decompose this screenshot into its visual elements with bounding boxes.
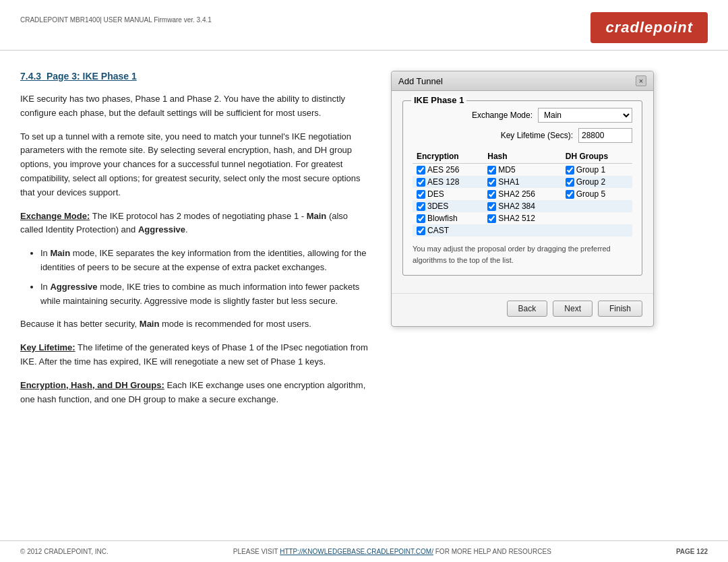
encryption-label-2: DES [427,189,444,199]
col-encryption: Encryption [413,150,483,164]
hash-checkbox-4[interactable] [487,214,496,223]
hash-checkbox-3[interactable] [487,202,496,211]
back-button[interactable]: Back [507,301,548,317]
key-lifetime-input[interactable] [578,128,632,143]
bullet-list: In Main mode, IKE separates the key info… [40,247,371,308]
encryption-label-5: CAST [427,226,449,235]
exchange-mode-row: Exchange Mode: Main Aggressive [413,108,632,123]
table-row: 3DESSHA2 384 [413,200,632,212]
bullet-item-main: In Main mode, IKE separates the key info… [40,247,371,275]
hash-label-4: SHA2 512 [498,214,535,223]
encryption-label-1: AES 128 [427,177,459,187]
enc-hash-paragraph: Encryption, Hash, and DH Groups: Each IK… [20,379,371,407]
next-button[interactable]: Next [553,301,593,317]
logo-text: cradlepoint [605,19,693,36]
key-lifetime-form-label: Key Lifetime (Secs): [501,131,573,140]
footer: © 2012 CRADLEPOINT, INC. PLEASE VISIT HT… [0,540,728,562]
encryption-label-3: 3DES [427,201,448,211]
encryption-checkbox-4[interactable] [417,214,425,223]
exchange-mode-label: Exchange Mode: [20,211,90,221]
dialog-buttons: Back Next Finish [392,293,653,326]
checks-table: Encryption Hash DH Groups AES 256MD5Grou… [413,150,632,237]
footer-link[interactable]: HTTP://KNOWLEDGEBASE.CRADLEPOINT.COM/ [280,548,433,555]
paragraph-main-recommended: Because it has better security, Main mod… [20,317,371,332]
hash-checkbox-2[interactable] [487,190,496,199]
paragraph-1: IKE security has two phases, Phase 1 and… [20,92,371,121]
encryption-checkbox-3[interactable] [417,202,425,211]
table-row: DESSHA2 256Group 5 [413,188,632,200]
dialog-titlebar: Add Tunnel × [392,71,653,91]
header: CRADLEPOINT MBR1400| USER MANUAL Firmwar… [0,0,728,51]
header-title: CRADLEPOINT MBR1400| USER MANUAL Firmwar… [20,16,212,24]
hint-text: You may adjust the proposal order by dra… [413,243,632,266]
col-dh-groups: DH Groups [562,150,632,164]
encryption-label-4: Blowfish [427,214,458,223]
exchange-mode-form-label: Exchange Mode: [472,111,533,120]
encryption-checkbox-5[interactable] [417,226,425,235]
footer-center: PLEASE VISIT HTTP://KNOWLEDGEBASE.CRADLE… [233,548,551,555]
hash-label-3: SHA2 384 [498,201,535,211]
table-row: CAST [413,224,632,237]
table-row: AES 256MD5Group 1 [413,164,632,177]
bullet-item-aggressive: In Aggressive mode, IKE tries to combine… [40,280,371,309]
encryption-label-0: AES 256 [427,165,459,175]
dh-label-2: Group 5 [576,189,605,199]
close-button[interactable]: × [636,75,646,86]
main-content: 7.4.3 Page 3: IKE Phase 1 IKE security h… [0,51,728,429]
encryption-checkbox-0[interactable] [417,166,425,175]
dh-checkbox-1[interactable] [566,178,574,187]
dh-checkbox-0[interactable] [566,166,574,175]
exchange-mode-select[interactable]: Main Aggressive [538,108,632,123]
dh-label-1: Group 2 [576,177,605,187]
col-hash: Hash [483,150,562,164]
ike-phase-group: IKE Phase 1 Exchange Mode: Main Aggressi… [402,100,642,276]
hash-label-1: SHA1 [498,177,519,187]
encryption-checkbox-2[interactable] [417,190,425,199]
table-header-row: Encryption Hash DH Groups [413,150,632,164]
dh-label-0: Group 1 [576,165,605,175]
add-tunnel-dialog: Add Tunnel × IKE Phase 1 Exchange Mode: … [391,71,654,327]
right-column: Add Tunnel × IKE Phase 1 Exchange Mode: … [391,71,661,416]
dialog-title: Add Tunnel [398,76,443,86]
ike-phase-legend: IKE Phase 1 [411,95,466,105]
dialog-body: IKE Phase 1 Exchange Mode: Main Aggressi… [392,91,653,293]
left-column: 7.4.3 Page 3: IKE Phase 1 IKE security h… [20,71,371,416]
hash-checkbox-0[interactable] [487,166,496,175]
dh-checkbox-2[interactable] [566,190,574,199]
key-lifetime-row: Key Lifetime (Secs): [413,128,632,143]
table-row: BlowfishSHA2 512 [413,212,632,224]
table-row: AES 128SHA1Group 2 [413,176,632,188]
enc-hash-label: Encryption, Hash, and DH Groups: [20,380,164,390]
finish-button[interactable]: Finish [598,301,642,317]
key-lifetime-label: Key Lifetime: [20,342,75,352]
paragraph-2: To set up a tunnel with a remote site, y… [20,130,371,200]
logo: cradlepoint [590,12,708,43]
exchange-mode-paragraph: Exchange Mode: The IKE protocol has 2 mo… [20,210,371,238]
key-lifetime-paragraph: Key Lifetime: The lifetime of the genera… [20,341,371,369]
hash-label-2: SHA2 256 [498,189,535,199]
hash-label-0: MD5 [498,165,515,175]
footer-left: © 2012 CRADLEPOINT, INC. [20,548,109,555]
encryption-checkbox-1[interactable] [417,178,425,187]
footer-right: PAGE 122 [676,548,708,555]
section-title: 7.4.3 Page 3: IKE Phase 1 [20,71,371,82]
hash-checkbox-1[interactable] [487,178,496,187]
